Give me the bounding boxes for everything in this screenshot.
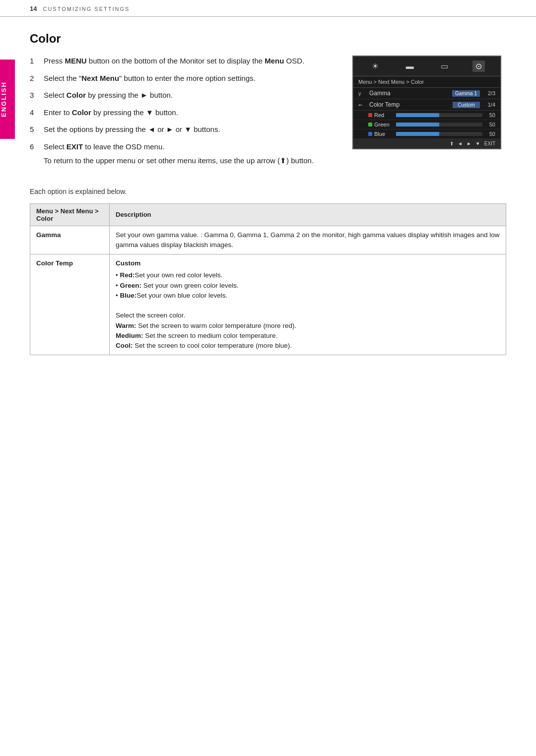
osd-blue-num: 50 <box>485 131 495 137</box>
osd-btn-up[interactable]: ⬆ <box>450 141 454 146</box>
osd-blue-row: Blue 50 <box>353 129 500 139</box>
table-blue-line: • Blue:Set your own blue color levels. <box>116 292 227 299</box>
osd-gamma-row: γ Gamma Gamma 1 2/3 <box>353 88 500 99</box>
osd-green-row: Green 50 <box>353 120 500 129</box>
step-2-text: Select the "Next Menu" button to enter t… <box>44 73 333 84</box>
table-row-gamma: Gamma Set your own gamma value. : Gamma … <box>30 226 506 254</box>
osd-icon-display: ▬ <box>403 61 417 72</box>
page-number: 14 <box>30 5 37 12</box>
osd-colortemp-icon: ⇐ <box>358 102 367 108</box>
options-table: Menu > Next Menu > Color Description Gam… <box>30 203 506 356</box>
table-cell-gamma-label: Gamma <box>30 226 110 254</box>
table-cell-colortemp-desc: Custom • Red:Set your own red color leve… <box>110 254 506 355</box>
step-3-text: Select Color by pressing the ► button. <box>44 90 333 101</box>
step-2-number: 2 <box>30 73 40 84</box>
step-6: 6 Select EXIT to leave the OSD menu. To … <box>30 141 333 167</box>
return-text: To return to the upper menu or set other… <box>44 155 333 167</box>
osd-red-num: 50 <box>485 112 495 118</box>
osd-gamma-label: Gamma <box>369 90 452 97</box>
page-subtitle: CUSTOMIZING SETTINGS <box>43 6 130 12</box>
osd-colortemp-value: Custom <box>453 102 480 108</box>
step-4: 4 Enter to Color by pressing the ▼ butto… <box>30 107 333 119</box>
steps-list: 1 Press MENU button on the bottom of the… <box>30 56 333 167</box>
step-5-text: Set the options by pressing the ◄ or ► o… <box>44 124 333 135</box>
osd-gamma-num: 2/3 <box>483 90 495 96</box>
main-content: Color 1 Press MENU button on the bottom … <box>0 17 536 375</box>
table-red-line: • Red:Set your own red color levels. <box>116 271 223 279</box>
step-4-text: Enter to Color by pressing the ▼ button. <box>44 107 333 119</box>
step-5: 5 Set the options by pressing the ◄ or ►… <box>30 124 333 135</box>
osd-blue-label: Blue <box>368 131 393 137</box>
table-cell-gamma-desc: Set your own gamma value. : Gamma 0, Gam… <box>110 226 506 254</box>
step-1-number: 1 <box>30 56 40 67</box>
osd-colortemp-num: 1/4 <box>483 102 495 108</box>
sidebar-english-label: ENGLISH <box>0 60 15 139</box>
step-6-text: Select EXIT to leave the OSD menu. To re… <box>44 141 333 167</box>
table-row-colortemp: Color Temp Custom • Red:Set your own red… <box>30 254 506 355</box>
osd-colortemp-label: Color Temp <box>369 101 453 108</box>
osd-footer: ⬆ ◄ ► ▼ EXIT <box>353 139 500 148</box>
osd-green-bar <box>396 123 482 126</box>
osd-display-column: ☀ ▬ ▭ ⊙ Menu > Next Menu > Color γ Gamma… <box>352 56 506 173</box>
table-green-line: • Green: Set your own green color levels… <box>116 282 239 289</box>
section-title: Color <box>30 32 506 46</box>
osd-btn-exit[interactable]: EXIT <box>484 141 495 146</box>
osd-red-dot <box>368 113 372 117</box>
table-custom-label: Custom <box>116 258 500 268</box>
osd-colortemp-row: ⇐ Color Temp Custom 1/4 <box>353 99 500 111</box>
step-3: 3 Select Color by pressing the ► button. <box>30 90 333 101</box>
osd-green-dot <box>368 123 372 126</box>
osd-red-label: Red <box>368 112 393 118</box>
table-select-text: Select the screen color. Warm: Set the s… <box>116 312 296 349</box>
osd-red-bar <box>396 113 482 117</box>
osd-green-label: Green <box>368 122 393 127</box>
osd-box: ☀ ▬ ▭ ⊙ Menu > Next Menu > Color γ Gamma… <box>352 56 501 149</box>
two-column-layout: 1 Press MENU button on the bottom of the… <box>30 56 506 173</box>
instructions-column: 1 Press MENU button on the bottom of the… <box>30 56 333 173</box>
osd-blue-bar <box>396 132 482 136</box>
step-1: 1 Press MENU button on the bottom of the… <box>30 56 333 67</box>
osd-btn-left[interactable]: ◄ <box>458 141 463 146</box>
osd-breadcrumb: Menu > Next Menu > Color <box>353 76 500 88</box>
step-1-text: Press MENU button on the bottom of the M… <box>44 56 333 67</box>
osd-icon-brightness: ☀ <box>369 61 382 72</box>
osd-red-row: Red 50 <box>353 111 500 120</box>
osd-red-bar-fill <box>396 113 439 117</box>
table-cell-colortemp-label: Color Temp <box>30 254 110 355</box>
osd-blue-dot <box>368 132 372 136</box>
step-3-number: 3 <box>30 90 40 101</box>
osd-icons-row: ☀ ▬ ▭ ⊙ <box>353 57 500 76</box>
osd-green-num: 50 <box>485 122 495 127</box>
osd-icon-monitor: ▭ <box>438 61 451 72</box>
step-2: 2 Select the "Next Menu" button to enter… <box>30 73 333 84</box>
table-header-menu: Menu > Next Menu > Color <box>30 203 110 226</box>
osd-icon-color: ⊙ <box>472 61 485 72</box>
page-header: 14 CUSTOMIZING SETTINGS <box>0 0 536 17</box>
osd-blue-bar-fill <box>396 132 439 136</box>
osd-gamma-value: Gamma 1 <box>452 90 480 97</box>
table-header-description: Description <box>110 203 506 226</box>
step-6-number: 6 <box>30 141 40 167</box>
osd-btn-right[interactable]: ► <box>467 141 471 146</box>
step-5-number: 5 <box>30 124 40 135</box>
each-option-text: Each option is explained below. <box>30 188 506 195</box>
osd-btn-down[interactable]: ▼ <box>475 141 480 146</box>
osd-gamma-icon: γ <box>358 90 367 96</box>
step-4-number: 4 <box>30 107 40 119</box>
osd-green-bar-fill <box>396 123 439 126</box>
